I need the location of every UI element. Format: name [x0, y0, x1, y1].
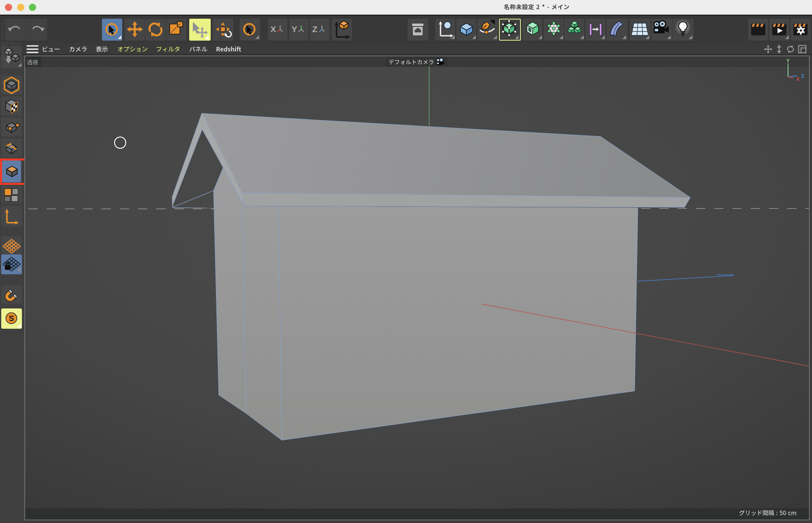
svg-text:S: S — [9, 314, 14, 323]
svg-text:Z: Z — [801, 73, 804, 79]
svg-text:Y: Y — [292, 24, 297, 34]
svg-text:X: X — [796, 76, 799, 82]
svg-text:Z: Z — [312, 24, 317, 34]
svg-text:X: X — [270, 24, 276, 34]
svg-text:Y: Y — [786, 58, 790, 64]
